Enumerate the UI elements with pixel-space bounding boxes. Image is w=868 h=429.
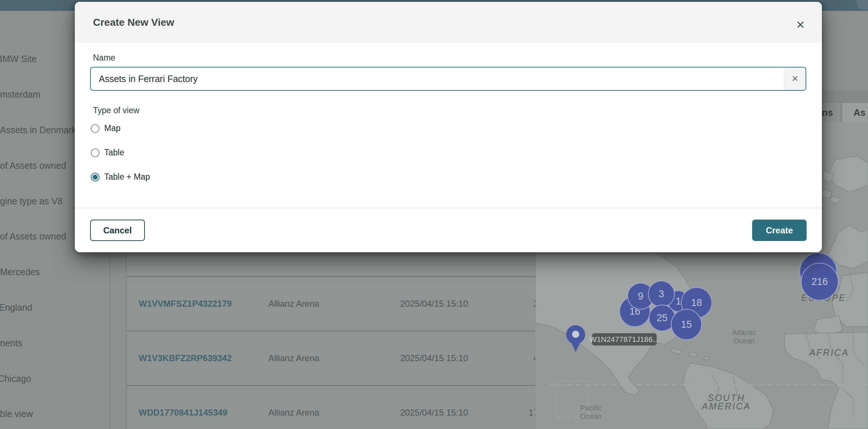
radio-icon[interactable] <box>91 173 100 181</box>
pacific-ocean-label: Pacific Ocean <box>580 404 602 421</box>
table-row[interactable]: WDD1770841J145349Allianz Arena2025/04/15… <box>127 386 537 429</box>
clear-input-icon[interactable]: ✕ <box>784 68 806 90</box>
dialog-header: Create New View ✕ <box>75 2 822 43</box>
sidebar-item[interactable]: Chicago <box>0 361 110 396</box>
create-button[interactable]: Create <box>752 220 807 241</box>
radio-icon[interactable] <box>91 148 100 157</box>
sidebar-item[interactable]: ble view <box>0 396 110 429</box>
cancel-button[interactable]: Cancel <box>90 220 145 241</box>
dialog-title: Create New View <box>93 2 174 43</box>
table-row[interactable]: W1V3KBFZ2RP639342Allianz Arena2025/04/15… <box>127 331 537 385</box>
radio-option-table[interactable]: Table <box>91 140 124 165</box>
tab-assets[interactable]: As <box>853 103 865 122</box>
location-cell: Allianz Arena <box>268 331 319 385</box>
south-america-label: SOUTH AMERICA <box>702 394 751 410</box>
application-window: BMW SitemsterdamAssets in Denmarkof Asse… <box>0 0 868 429</box>
sidebar-item[interactable]: England <box>0 290 110 326</box>
radio-option-label: Table <box>104 148 124 158</box>
map-cluster-3[interactable]: 3 <box>648 281 675 307</box>
name-field-label: Name <box>93 53 115 63</box>
pin-tooltip: W1N2477871J186... <box>592 333 657 346</box>
radio-icon[interactable] <box>91 124 100 133</box>
updated-cell: 2025/04/15 15:10 <box>400 277 468 331</box>
sidebar-item[interactable]: Mercedes <box>0 254 110 290</box>
location-pin-icon[interactable] <box>565 324 587 353</box>
name-input-wrapper: ✕ <box>90 67 806 91</box>
avatar[interactable] <box>856 0 868 10</box>
vin-link[interactable]: W1VVMFSZ1P4322179 <box>139 277 232 331</box>
map-cluster-15[interactable]: 15 <box>671 309 702 340</box>
type-of-view-label: Type of view <box>93 106 139 115</box>
updated-cell: 2025/04/15 15:10 <box>400 386 468 429</box>
location-cell: Allianz Arena <box>268 386 319 429</box>
vin-link[interactable]: W1V3KBFZ2RP639342 <box>139 331 232 385</box>
radio-option-label: Map <box>104 123 121 133</box>
vin-link[interactable]: WDD1770841J145349 <box>139 386 227 429</box>
sidebar-item[interactable]: nents <box>0 325 110 361</box>
table-row[interactable]: W1VVMFSZ1P4322179Allianz Arena2025/04/15… <box>127 277 537 331</box>
name-input[interactable] <box>91 68 789 90</box>
footer-divider <box>75 208 822 208</box>
updated-cell: 2025/04/15 15:10 <box>400 331 468 385</box>
location-cell: Allianz Arena <box>268 277 319 331</box>
africa-label: AFRICA <box>809 348 849 357</box>
radio-option-map[interactable]: Map <box>91 116 121 140</box>
tab-divider <box>841 103 841 122</box>
radio-option-table-map[interactable]: Table + Map <box>91 165 150 189</box>
atlantic-ocean-label: Atlantic Ocean <box>732 328 756 345</box>
tab-positions[interactable]: ns <box>822 103 833 122</box>
radio-option-label: Table + Map <box>104 172 150 182</box>
map-cluster-216[interactable]: 216 <box>801 263 839 301</box>
create-new-view-dialog: Create New View ✕ Name ✕ Type of view Ma… <box>75 2 822 252</box>
close-icon[interactable]: ✕ <box>791 15 810 34</box>
